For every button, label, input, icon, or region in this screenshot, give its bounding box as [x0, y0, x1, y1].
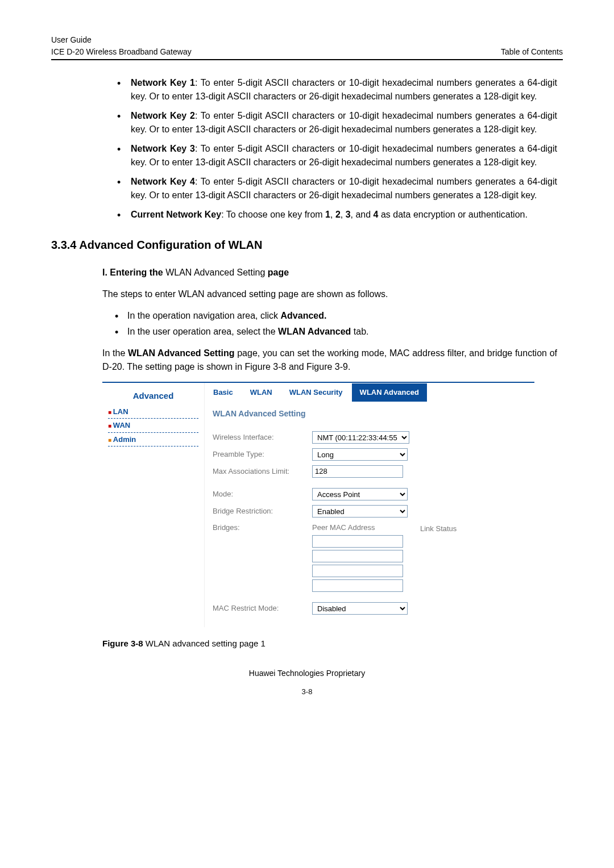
- row-mac-restrict: MAC Restrict Mode: Disabled: [213, 602, 526, 615]
- bullet-cnk-rest: : To choose one key from: [221, 210, 325, 219]
- select-mode[interactable]: Access Point: [312, 488, 408, 500]
- square-icon: [108, 421, 113, 429]
- label-bridges: Bridges:: [213, 522, 312, 533]
- step-2-pre: In the user operation area, select the: [127, 327, 278, 336]
- label-link-status: Link Status: [420, 523, 457, 535]
- sidebar: Advanced LAN WAN Admin: [102, 383, 205, 627]
- input-peer-mac-1[interactable]: [312, 535, 403, 548]
- input-peer-mac-4[interactable]: [312, 579, 403, 592]
- para2: In the WLAN Advanced Setting page, you c…: [102, 347, 557, 374]
- bullet-cnk: Current Network Key: To choose one key f…: [114, 208, 557, 222]
- step-1-bold: Advanced.: [281, 311, 327, 320]
- label-max-assoc: Max Associations Limit:: [213, 466, 312, 477]
- label-bridge-restriction: Bridge Restriction:: [213, 506, 312, 517]
- select-preamble[interactable]: Long: [312, 448, 408, 461]
- bullet-nk3-label: Network Key 3: [131, 144, 195, 153]
- bullet-nk4-rest: : To enter 5-digit ASCII characters or 1…: [131, 177, 557, 200]
- square-icon: [108, 407, 113, 416]
- row-max-assoc: Max Associations Limit:: [213, 465, 526, 478]
- bullet-nk2-rest: : To enter 5-digit ASCII characters or 1…: [131, 111, 557, 134]
- bullet-nk1-rest: : To enter 5-digit ASCII characters or 1…: [131, 78, 557, 101]
- key-bullets: Network Key 1: To enter 5-digit ASCII ch…: [114, 76, 557, 222]
- sub-heading-suffix: page: [265, 268, 289, 277]
- step-2-bold: WLAN Advanced: [278, 327, 351, 336]
- row-bridges: Bridges: Peer MAC Address Link Status: [213, 522, 526, 592]
- col-link-status: Link Status: [420, 522, 457, 592]
- label-wireless-interface: Wireless Interface:: [213, 432, 312, 443]
- row-bridge-restriction: Bridge Restriction: Enabled: [213, 505, 526, 518]
- tab-basic[interactable]: Basic: [205, 383, 242, 402]
- step-2-post: tab.: [351, 327, 368, 336]
- bullet-nk4: Network Key 4: To enter 5-digit ASCII ch…: [114, 175, 557, 202]
- label-peer-mac: Peer MAC Address: [312, 522, 403, 533]
- sidebar-item-admin-label[interactable]: Admin: [113, 435, 136, 444]
- bullet-nk1: Network Key 1: To enter 5-digit ASCII ch…: [114, 76, 557, 103]
- figure-caption-rest: WLAN advanced setting page 1: [146, 639, 265, 648]
- para2-pre: In the: [102, 348, 128, 358]
- bullet-nk2: Network Key 2: To enter 5-digit ASCII ch…: [114, 109, 557, 136]
- header-left-line2: ICE D-20 Wireless Broadband Gateway: [51, 46, 192, 58]
- input-peer-mac-2[interactable]: [312, 550, 403, 562]
- footer-page-number: 3-8: [51, 686, 563, 698]
- row-preamble: Preamble Type: Long: [213, 448, 526, 461]
- select-wireless-interface[interactable]: NMT (00:11:22:33:44:55: [312, 431, 409, 444]
- sidebar-title: Advanced: [108, 390, 198, 403]
- bullet-cnk-b3: 3: [346, 210, 351, 219]
- col-peer-mac: Peer MAC Address: [312, 522, 403, 592]
- sub-heading-mid: WLAN Advanced Setting: [165, 268, 265, 277]
- figure-caption: Figure 3-8 WLAN advanced setting page 1: [102, 637, 563, 650]
- steps-intro: The steps to enter WLAN advanced setting…: [102, 287, 557, 301]
- tab-bar: Basic WLAN WLAN Security WLAN Advanced: [205, 383, 534, 402]
- bullet-cnk-c1: ,: [330, 210, 335, 219]
- sidebar-item-lan-label[interactable]: LAN: [113, 407, 128, 416]
- bullet-nk4-label: Network Key 4: [131, 177, 195, 186]
- sidebar-item-wan[interactable]: WAN: [108, 420, 198, 433]
- bullet-cnk-label: Current Network Key: [131, 210, 221, 219]
- bullet-nk2-label: Network Key 2: [131, 111, 195, 120]
- bullet-cnk-b1: 1: [325, 210, 330, 219]
- page-header: User Guide ICE D-20 Wireless Broadband G…: [51, 34, 563, 60]
- tab-wlan-advanced[interactable]: WLAN Advanced: [351, 383, 428, 402]
- select-mac-restrict[interactable]: Disabled: [312, 602, 408, 615]
- tab-wlan[interactable]: WLAN: [242, 383, 281, 402]
- bullet-cnk-b2: 2: [335, 210, 341, 219]
- section-title: 3.3.4 Advanced Configuration of WLAN: [51, 236, 563, 253]
- sub-heading-prefix: I. Entering the: [102, 268, 165, 277]
- select-bridge-restriction[interactable]: Enabled: [312, 505, 408, 518]
- step-1-pre: In the operation navigation area, click: [127, 311, 281, 320]
- bullet-cnk-c3: , and: [351, 210, 374, 219]
- label-mac-restrict: MAC Restrict Mode:: [213, 603, 312, 614]
- sidebar-item-admin[interactable]: Admin: [108, 434, 198, 447]
- figure-caption-bold: Figure 3-8: [102, 639, 146, 648]
- header-left-line1: User Guide: [51, 34, 192, 46]
- bullet-cnk-b4: 4: [374, 210, 379, 219]
- tab-wlan-security[interactable]: WLAN Security: [281, 383, 351, 402]
- bullet-cnk-c4: as data encryption or authentication.: [379, 210, 528, 219]
- sidebar-item-wan-label[interactable]: WAN: [113, 421, 130, 429]
- panel-title: WLAN Advanced Setting: [205, 402, 534, 424]
- sidebar-item-lan[interactable]: LAN: [108, 406, 198, 419]
- label-preamble: Preamble Type:: [213, 449, 312, 460]
- sub-heading: I. Entering the WLAN Advanced Setting pa…: [102, 266, 557, 279]
- figure-3-8: Advanced LAN WAN Admin Basic WLAN WLAN S…: [102, 382, 534, 627]
- bullet-cnk-c2: ,: [341, 210, 346, 219]
- header-left: User Guide ICE D-20 Wireless Broadband G…: [51, 34, 192, 58]
- footer-proprietary: Huawei Technologies Proprietary: [51, 667, 563, 679]
- step-1: In the operation navigation area, click …: [113, 309, 557, 323]
- bullet-nk3-rest: : To enter 5-digit ASCII characters or 1…: [131, 144, 557, 167]
- row-wireless-interface: Wireless Interface: NMT (00:11:22:33:44:…: [213, 431, 526, 444]
- square-icon: [108, 435, 113, 444]
- para2-b1: WLAN Advanced Setting: [128, 348, 235, 358]
- form-table: Wireless Interface: NMT (00:11:22:33:44:…: [205, 424, 534, 628]
- main-panel: Basic WLAN WLAN Security WLAN Advanced W…: [205, 383, 534, 627]
- input-max-assoc[interactable]: [312, 465, 403, 478]
- step-2: In the user operation area, select the W…: [113, 325, 557, 339]
- steps-list: In the operation navigation area, click …: [113, 309, 557, 339]
- input-peer-mac-3[interactable]: [312, 565, 403, 577]
- bullet-nk3: Network Key 3: To enter 5-digit ASCII ch…: [114, 142, 557, 169]
- row-mode: Mode: Access Point: [213, 488, 526, 500]
- header-right: Table of Contents: [501, 46, 563, 58]
- bullet-nk1-label: Network Key 1: [131, 78, 195, 87]
- label-mode: Mode:: [213, 489, 312, 500]
